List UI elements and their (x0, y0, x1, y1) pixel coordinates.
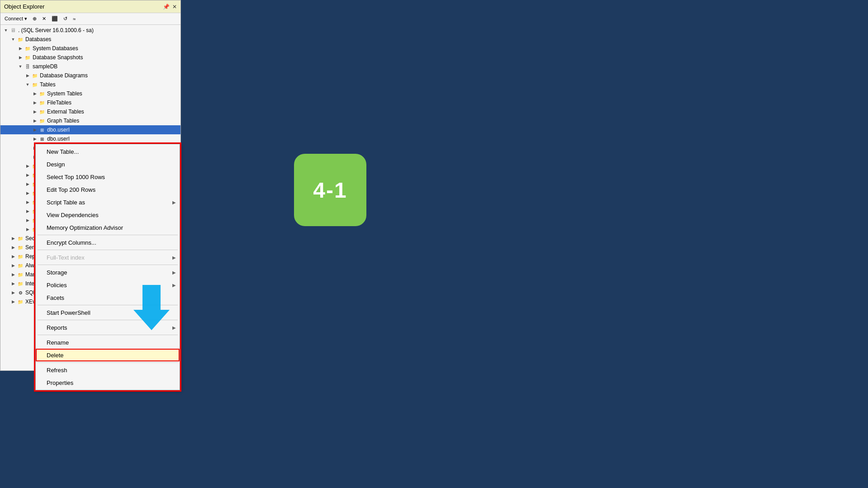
expand-icon-replication[interactable]: ▶ (9, 253, 17, 260)
cm-delete[interactable]: Delete (36, 349, 180, 361)
server-label: . (SQL Server 16.0.1000.6 - sa) (18, 27, 94, 33)
expand-icon-dbo1[interactable]: ▶ (31, 126, 38, 133)
expand-icon-exttables[interactable]: ▶ (31, 108, 38, 115)
cm-sep-6 (38, 335, 178, 335)
toolbar-btn-4[interactable]: ↺ (61, 14, 70, 23)
expand-icon-alwayson[interactable]: ▶ (9, 262, 17, 269)
cm-fulltext-index-label: Full-Text index (47, 254, 85, 261)
cm-rename[interactable]: Rename (36, 336, 180, 349)
folder-icon-diagrams: 📁 (31, 72, 38, 79)
cm-encrypt-columns[interactable]: Encrypt Columns... (36, 236, 180, 249)
context-menu: New Table... Design Select Top 1000 Rows… (35, 144, 180, 390)
tree-server[interactable]: ▼ 🖥 . (SQL Server 16.0.1000.6 - sa) (0, 26, 180, 35)
folder-icon-tables: 📁 (31, 81, 38, 88)
expand-icon-dbo2[interactable]: ▶ (31, 135, 38, 142)
cm-refresh[interactable]: Refresh (36, 364, 180, 376)
toolbar-btn-3[interactable]: ⬛ (49, 14, 60, 23)
toolbar-btn-2[interactable]: ✕ (40, 14, 48, 23)
expand-icon-graphtables[interactable]: ▶ (31, 117, 38, 124)
expand-icon-synonyms[interactable]: ▶ (24, 180, 31, 188)
folder-icon-integration: 📁 (17, 280, 24, 287)
folder-icon-replication: 📁 (17, 253, 24, 260)
folder-icon-management: 📁 (17, 271, 24, 278)
cm-edit-top-200[interactable]: Edit Top 200 Rows (36, 183, 180, 196)
folder-icon-serverobj: 📁 (17, 244, 24, 251)
external-tables-label: External Tables (47, 109, 84, 115)
cm-edit-top-200-label: Edit Top 200 Rows (47, 186, 95, 193)
folder-icon-databases: 📁 (17, 36, 24, 43)
toolbar-btn-1[interactable]: ⊕ (30, 14, 39, 23)
tree-external-tables[interactable]: ▶ 📁 External Tables (0, 107, 180, 116)
folder-icon-exttables: 📁 (38, 108, 46, 115)
cm-view-dependencies-label: View Dependencies (47, 212, 99, 218)
cm-storage-arrow: ▶ (172, 270, 176, 275)
tree-graph-tables[interactable]: ▶ 📁 Graph Tables (0, 116, 180, 125)
expand-icon-prog[interactable]: ▶ (24, 190, 31, 197)
expand-icon-integration[interactable]: ▶ (9, 280, 17, 287)
tree-system-databases[interactable]: ▶ 📁 System Databases (0, 44, 180, 53)
cm-properties[interactable]: Properties (36, 376, 180, 389)
tables-label: Tables (40, 81, 56, 88)
tree-filetables[interactable]: ▶ 📁 FileTables (0, 98, 180, 107)
cm-sep-7 (38, 362, 178, 363)
folder-icon-graphtables: 📁 (38, 117, 46, 124)
cm-fulltext-index[interactable]: Full-Text index ▶ (36, 251, 180, 264)
cm-delete-label: Delete (47, 352, 64, 359)
expand-icon-sampledb[interactable]: ▼ (17, 63, 24, 70)
svg-marker-0 (133, 285, 170, 330)
expand-icon-systables[interactable]: ▶ (31, 90, 38, 97)
expand-icon-diagrams[interactable]: ▶ (24, 72, 31, 79)
cm-design[interactable]: Design (36, 158, 180, 171)
cm-new-table[interactable]: New Table... (36, 145, 180, 158)
expand-icon-xevent[interactable]: ▶ (9, 298, 17, 305)
tree-db-diagrams[interactable]: ▶ 📁 Database Diagrams (0, 71, 180, 80)
cm-storage[interactable]: Storage ▶ (36, 266, 180, 279)
cm-view-dependencies[interactable]: View Dependencies (36, 208, 180, 221)
cm-memory-advisor-label: Memory Optimization Advisor (47, 224, 123, 231)
db-snapshots-label: Database Snapshots (33, 54, 83, 61)
tree-databases[interactable]: ▼ 📁 Databases (0, 35, 180, 44)
oe-toolbar: Connect ▾ ⊕ ✕ ⬛ ↺ ≈ (0, 13, 180, 25)
cm-start-powershell-label: Start PowerShell (47, 309, 90, 316)
expand-icon-querystore[interactable]: ▶ (24, 199, 31, 206)
db-diagrams-label: Database Diagrams (40, 72, 88, 79)
sampledb-label: sampleDB (33, 63, 57, 70)
cm-fulltext-index-arrow: ▶ (172, 255, 176, 260)
expand-icon-databases[interactable]: ▼ (9, 36, 17, 43)
cm-sep-3 (38, 265, 178, 265)
expand-icon-server[interactable]: ▼ (2, 27, 9, 34)
expand-icon-filetables[interactable]: ▶ (31, 99, 38, 106)
expand-icon-security-db[interactable]: ▶ (24, 226, 31, 233)
pin-icon[interactable]: 📌 (163, 4, 170, 10)
tree-dbo-user2[interactable]: ▶ ⊞ dbo.userI (0, 134, 180, 143)
system-databases-label: System Databases (33, 45, 78, 52)
expand-icon-snapshots[interactable]: ▶ (17, 54, 24, 61)
tree-sampledb[interactable]: ▼ 🗄 sampleDB (0, 62, 180, 71)
cm-reports-arrow: ▶ (172, 325, 176, 330)
tree-tables[interactable]: ▼ 📁 Tables (0, 80, 180, 89)
cm-select-top-1000[interactable]: Select Top 1000 Rows (36, 171, 180, 183)
cm-memory-advisor[interactable]: Memory Optimization Advisor (36, 221, 180, 234)
expand-icon-serverobj[interactable]: ▶ (9, 244, 17, 251)
cm-script-table-as[interactable]: Script Table as ▶ (36, 196, 180, 208)
databases-label: Databases (25, 36, 51, 43)
tree-system-tables[interactable]: ▶ 📁 System Tables (0, 89, 180, 98)
expand-icon-views[interactable]: ▶ (24, 162, 31, 170)
toolbar-btn-5[interactable]: ≈ (71, 15, 78, 23)
cm-script-table-as-arrow: ▶ (172, 200, 176, 205)
dbo-user2-label: dbo.userI (47, 136, 70, 142)
cm-design-label: Design (47, 161, 65, 168)
expand-icon-management[interactable]: ▶ (9, 271, 17, 278)
close-icon[interactable]: ✕ (172, 4, 177, 10)
expand-icon-agent[interactable]: ▶ (9, 289, 17, 296)
expand-icon-storage[interactable]: ▶ (24, 217, 31, 224)
expand-icon-tables[interactable]: ▼ (24, 81, 31, 88)
connect-button[interactable]: Connect ▾ (2, 14, 29, 23)
expand-icon-security[interactable]: ▶ (9, 235, 17, 242)
tree-dbo-user1[interactable]: ▶ ⊞ dbo.userI (0, 125, 180, 134)
expand-icon-broker[interactable]: ▶ (24, 208, 31, 215)
tree-db-snapshots[interactable]: ▶ 📁 Database Snapshots (0, 53, 180, 62)
expand-icon-extres[interactable]: ▶ (24, 171, 31, 179)
expand-icon-sysdbs[interactable]: ▶ (17, 45, 24, 52)
cm-sep-2 (38, 250, 178, 250)
